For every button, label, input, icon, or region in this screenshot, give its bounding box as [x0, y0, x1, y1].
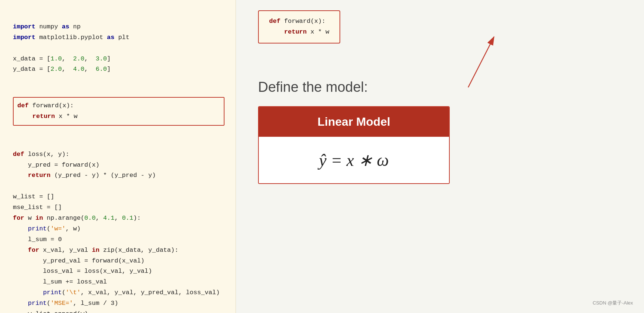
model-card-title: Linear Model — [259, 107, 449, 137]
keyword-as1: as — [62, 23, 69, 30]
keyword-as2: as — [107, 34, 114, 41]
callout-code: def forward(x): return x * w — [269, 16, 329, 38]
model-card: Linear Model ŷ = x ∗ ω — [258, 106, 450, 184]
code-block: import numpy as np import matplotlib.pyp… — [13, 11, 224, 96]
formula-omega: ω — [377, 151, 389, 170]
formula-equals: = — [331, 151, 347, 170]
model-card-formula: ŷ = x ∗ ω — [259, 137, 449, 183]
formula-times: ∗ — [358, 151, 377, 170]
svg-line-0 — [468, 37, 494, 87]
formula-yhat: ŷ — [319, 151, 326, 170]
remaining-code: def loss(x, y): y_pred = forward(x) retu… — [13, 128, 224, 313]
watermark: CSDN @量子-Alex — [593, 300, 633, 306]
formula-x: x — [347, 151, 354, 170]
callout-box: def forward(x): return x * w — [258, 10, 340, 44]
forward-function-highlight: def forward(x): return x * w — [13, 97, 224, 126]
keyword-import1: import — [13, 23, 35, 30]
right-panel: def forward(x): return x * w Define the … — [236, 0, 644, 313]
forward-def: def forward(x): return x * w — [17, 101, 220, 122]
define-model-label: Define the model: — [258, 79, 368, 95]
keyword-import2: import — [13, 34, 35, 41]
code-panel: import numpy as np import matplotlib.pyp… — [0, 0, 236, 313]
